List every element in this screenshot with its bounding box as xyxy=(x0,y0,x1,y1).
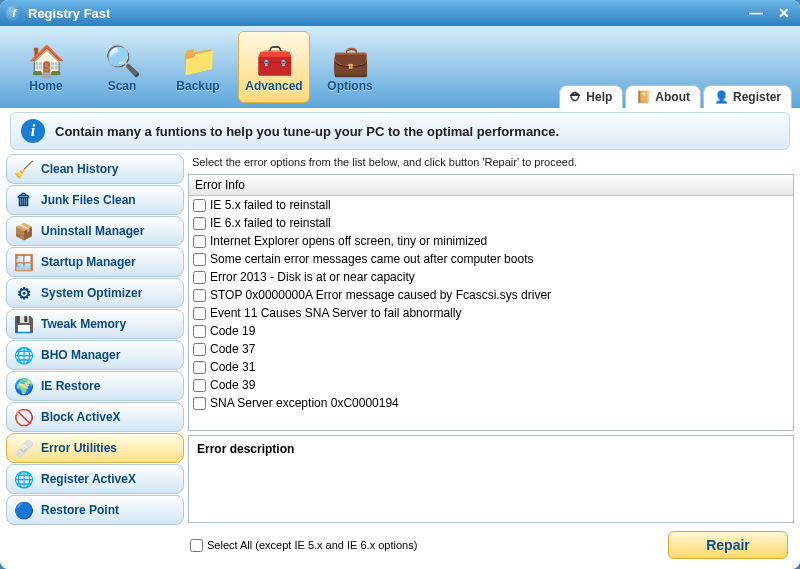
sidebar-item-label: Clean History xyxy=(41,162,118,176)
error-checkbox[interactable] xyxy=(193,361,206,374)
list-item[interactable]: Error 2013 - Disk is at or near capacity xyxy=(189,268,793,286)
error-checkbox[interactable] xyxy=(193,253,206,266)
sidebar-icon: 🔵 xyxy=(15,501,33,519)
sidebar-icon: 🌐 xyxy=(15,346,33,364)
error-label: Code 19 xyxy=(210,324,255,338)
sidebar-item-system-optimizer[interactable]: ⚙System Optimizer xyxy=(6,278,184,308)
sidebar-icon: ⚙ xyxy=(15,284,33,302)
sidebar-icon: 🧹 xyxy=(15,160,33,178)
options-icon: 💼 xyxy=(332,41,369,79)
error-description-box: Error description xyxy=(188,435,794,523)
titlebar: f Registry Fast — ✕ xyxy=(0,0,800,26)
sidebar-icon: 🩹 xyxy=(15,439,33,457)
select-all-checkbox[interactable]: Select All (except IE 5.x and IE 6.x opt… xyxy=(190,539,417,552)
sidebar-icon: 🌐 xyxy=(15,470,33,488)
error-label: Error 2013 - Disk is at or near capacity xyxy=(210,270,415,284)
toolbar-scan[interactable]: 🔍Scan xyxy=(86,31,158,103)
error-checkbox[interactable] xyxy=(193,307,206,320)
error-checkbox[interactable] xyxy=(193,379,206,392)
sidebar-item-label: Register ActiveX xyxy=(41,472,136,486)
repair-button[interactable]: Repair xyxy=(668,531,788,559)
sidebar-item-tweak-memory[interactable]: 💾Tweak Memory xyxy=(6,309,184,339)
sidebar-item-label: Error Utilities xyxy=(41,441,117,455)
error-checkbox[interactable] xyxy=(193,199,206,212)
toolbar-backup[interactable]: 📁Backup xyxy=(162,31,234,103)
toolbar-advanced[interactable]: 🧰Advanced xyxy=(238,31,310,103)
sidebar-item-junk-files-clean[interactable]: 🗑Junk Files Clean xyxy=(6,185,184,215)
app-icon: f xyxy=(6,5,22,21)
toolbar-home[interactable]: 🏠Home xyxy=(10,31,82,103)
sidebar-item-ie-restore[interactable]: 🌍IE Restore xyxy=(6,371,184,401)
sidebar-item-restore-point[interactable]: 🔵Restore Point xyxy=(6,495,184,525)
sidebar-item-label: Tweak Memory xyxy=(41,317,126,331)
sidebar-item-label: Restore Point xyxy=(41,503,119,517)
sidebar-icon: 📦 xyxy=(15,222,33,240)
info-banner: i Contain many a funtions to help you tu… xyxy=(10,112,790,150)
error-label: Code 31 xyxy=(210,360,255,374)
error-checkbox[interactable] xyxy=(193,271,206,284)
list-item[interactable]: Code 37 xyxy=(189,340,793,358)
sidebar-item-clean-history[interactable]: 🧹Clean History xyxy=(6,154,184,184)
close-button[interactable]: ✕ xyxy=(774,5,794,21)
list-item[interactable]: Code 19 xyxy=(189,322,793,340)
sidebar-item-label: Junk Files Clean xyxy=(41,193,136,207)
list-header: Error Info xyxy=(189,175,793,196)
tab-about[interactable]: 📔About xyxy=(625,85,701,108)
sidebar-item-block-activex[interactable]: 🚫Block ActiveX xyxy=(6,402,184,432)
tab-register[interactable]: 👤Register xyxy=(703,85,792,108)
sidebar-item-label: System Optimizer xyxy=(41,286,142,300)
sidebar-item-startup-manager[interactable]: 🪟Startup Manager xyxy=(6,247,184,277)
error-label: Code 37 xyxy=(210,342,255,356)
error-checkbox[interactable] xyxy=(193,325,206,338)
toolbar-label: Scan xyxy=(108,79,137,93)
error-checkbox[interactable] xyxy=(193,397,206,410)
tab-help[interactable]: ⛑Help xyxy=(559,85,623,108)
list-item[interactable]: Code 31 xyxy=(189,358,793,376)
main-toolbar: 🏠Home🔍Scan📁Backup🧰Advanced💼Options ⛑Help… xyxy=(0,26,800,108)
backup-icon: 📁 xyxy=(180,41,217,79)
sidebar-item-label: BHO Manager xyxy=(41,348,120,362)
list-item[interactable]: Some certain error messages came out aft… xyxy=(189,250,793,268)
help-icon: ⛑ xyxy=(570,90,582,104)
register-icon: 👤 xyxy=(714,90,729,104)
error-label: Internet Explorer opens off screen, tiny… xyxy=(210,234,487,248)
sidebar-icon: 🪟 xyxy=(15,253,33,271)
tab-label: About xyxy=(655,90,690,104)
toolbar-label: Options xyxy=(327,79,372,93)
list-item[interactable]: Event 11 Causes SNA Server to fail abnor… xyxy=(189,304,793,322)
error-list: Error Info IE 5.x failed to reinstallIE … xyxy=(188,174,794,431)
error-label: Some certain error messages came out aft… xyxy=(210,252,533,266)
list-item[interactable]: Internet Explorer opens off screen, tiny… xyxy=(189,232,793,250)
select-all-input[interactable] xyxy=(190,539,203,552)
banner-text: Contain many a funtions to help you tune… xyxy=(55,124,559,139)
list-item[interactable]: STOP 0x0000000A Error message caused by … xyxy=(189,286,793,304)
list-item[interactable]: IE 5.x failed to reinstall xyxy=(189,196,793,214)
select-all-label: Select All (except IE 5.x and IE 6.x opt… xyxy=(207,539,417,551)
tab-label: Help xyxy=(586,90,612,104)
list-item[interactable]: SNA Server exception 0xC0000194 xyxy=(189,394,793,412)
app-title: Registry Fast xyxy=(28,6,110,21)
list-body[interactable]: IE 5.x failed to reinstallIE 6.x failed … xyxy=(189,196,793,430)
sidebar-item-label: Block ActiveX xyxy=(41,410,121,424)
list-item[interactable]: Code 39 xyxy=(189,376,793,394)
error-checkbox[interactable] xyxy=(193,343,206,356)
minimize-button[interactable]: — xyxy=(746,5,766,21)
error-checkbox[interactable] xyxy=(193,289,206,302)
error-label: SNA Server exception 0xC0000194 xyxy=(210,396,399,410)
sidebar-item-uninstall-manager[interactable]: 📦Uninstall Manager xyxy=(6,216,184,246)
sidebar-icon: 🗑 xyxy=(15,191,33,209)
error-checkbox[interactable] xyxy=(193,235,206,248)
info-icon: i xyxy=(21,119,45,143)
sidebar-item-register-activex[interactable]: 🌐Register ActiveX xyxy=(6,464,184,494)
sidebar-icon: 🌍 xyxy=(15,377,33,395)
sidebar-item-error-utilities[interactable]: 🩹Error Utilities xyxy=(6,433,184,463)
sidebar-item-label: Startup Manager xyxy=(41,255,136,269)
sidebar-icon: 🚫 xyxy=(15,408,33,426)
error-label: IE 6.x failed to reinstall xyxy=(210,216,331,230)
home-icon: 🏠 xyxy=(28,41,65,79)
toolbar-options[interactable]: 💼Options xyxy=(314,31,386,103)
sidebar-item-bho-manager[interactable]: 🌐BHO Manager xyxy=(6,340,184,370)
list-item[interactable]: IE 6.x failed to reinstall xyxy=(189,214,793,232)
error-checkbox[interactable] xyxy=(193,217,206,230)
sidebar: 🧹Clean History🗑Junk Files Clean📦Uninstal… xyxy=(6,154,184,561)
